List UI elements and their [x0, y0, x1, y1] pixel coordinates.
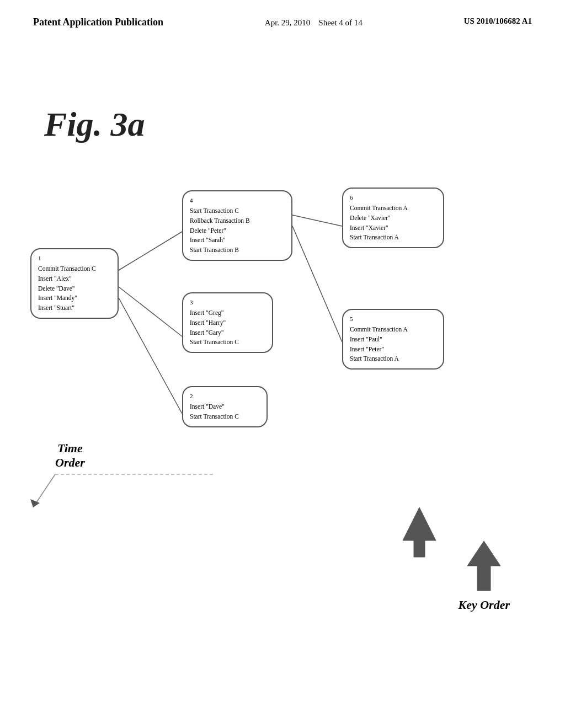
node-3-line1: Insert "Greg" [190, 309, 223, 316]
node-3: 3 Insert "Greg" Insert "Harry" Insert "G… [182, 292, 273, 353]
time-order-text: Time Order [55, 441, 85, 470]
node-5-number: 5 [350, 314, 436, 324]
node-4-line5: Start Transaction B [190, 247, 239, 253]
node-2-line2: Start Transaction C [190, 413, 239, 420]
node-1-line5: Insert "Stuart" [38, 304, 74, 311]
node-6-line1: Commit Transaction A [350, 205, 408, 211]
diagram-svg [0, 77, 565, 574]
node-3-line3: Insert "Gary" [190, 329, 223, 336]
node-4-line4: Insert "Sarah" [190, 237, 226, 243]
node-3-line2: Insert "Harry" [190, 319, 226, 326]
publication-date: Apr. 29, 2010 [265, 18, 311, 27]
node-2: 2 Insert "Dave" Start Transaction C [182, 386, 268, 427]
node-1-line4: Insert "Mandy" [38, 295, 77, 301]
svg-line-4 [292, 215, 342, 226]
node-6: 6 Commit Transaction A Delete "Xavier" I… [342, 188, 444, 248]
node-5-line4: Start Transaction A [350, 355, 399, 362]
svg-line-6 [33, 474, 55, 507]
svg-marker-9 [467, 541, 500, 591]
svg-marker-7 [30, 499, 40, 507]
node-4-line3: Delete "Peter" [190, 227, 226, 234]
diagram-area: Fig. 3a 1 Commit Transaction C Insert "A… [0, 77, 565, 656]
node-5-line2: Insert "Paul" [350, 336, 382, 342]
svg-marker-8 [403, 507, 436, 557]
publication-number: US 2010/106682 A1 [464, 17, 532, 26]
node-2-line1: Insert "Dave" [190, 403, 225, 410]
node-5-line1: Commit Transaction A [350, 326, 408, 333]
node-6-number: 6 [350, 193, 436, 202]
page-header: Patent Application Publication Apr. 29, … [0, 0, 565, 29]
node-4-line2: Rollback Transaction B [190, 217, 250, 224]
sheet-info: Sheet 4 of 14 [318, 18, 363, 27]
time-order-label: Time Order [55, 441, 85, 470]
node-1: 1 Commit Transaction C Insert "Alex" Del… [30, 248, 119, 319]
node-6-line2: Delete "Xavier" [350, 215, 391, 221]
key-order-text: Key Order [459, 598, 510, 612]
node-5-line3: Insert "Peter" [350, 346, 384, 352]
node-2-number: 2 [190, 392, 260, 401]
node-1-line1: Commit Transaction C [38, 265, 96, 272]
publication-meta: Apr. 29, 2010 Sheet 4 of 14 [265, 17, 363, 29]
svg-line-1 [119, 287, 182, 336]
node-4-number: 4 [190, 196, 285, 205]
figure-label: Fig. 3a [44, 105, 145, 144]
node-4-line1: Start Transaction C [190, 207, 239, 214]
svg-line-2 [119, 232, 182, 270]
node-1-line3: Delete "Dave" [38, 285, 75, 292]
svg-line-3 [292, 226, 342, 342]
node-4: 4 Start Transaction C Rollback Transacti… [182, 190, 292, 261]
key-order-container: Key Order [459, 538, 510, 612]
node-3-line4: Start Transaction C [190, 339, 239, 345]
publication-title: Patent Application Publication [33, 17, 163, 28]
node-6-line3: Insert "Xavier" [350, 224, 388, 231]
key-order-arrow [462, 538, 506, 593]
svg-line-0 [119, 298, 182, 414]
node-1-number: 1 [38, 254, 111, 263]
node-6-line4: Start Transaction A [350, 234, 399, 240]
node-1-line2: Insert "Alex" [38, 275, 72, 282]
node-5: 5 Commit Transaction A Insert "Paul" Ins… [342, 309, 444, 370]
node-3-number: 3 [190, 298, 265, 307]
